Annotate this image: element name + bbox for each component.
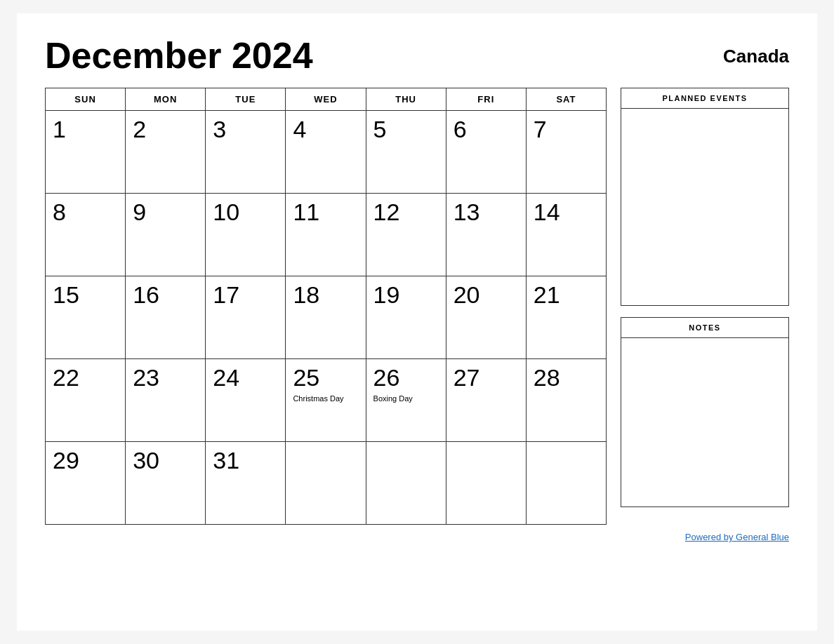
day-number: 11	[293, 199, 358, 225]
holiday-label: Christmas Day	[293, 394, 358, 403]
calendar-cell: 11	[286, 194, 366, 276]
calendar-table: SUNMONTUEWEDTHUFRISAT 123456789101112131…	[45, 88, 607, 525]
calendar-cell: 20	[446, 276, 526, 359]
day-number: 22	[53, 365, 118, 391]
day-number: 23	[133, 365, 198, 391]
calendar-cell	[366, 442, 446, 525]
calendar-cell: 16	[126, 276, 206, 359]
calendar-cell: 12	[366, 194, 446, 276]
calendar-cell: 28	[526, 359, 606, 442]
calendar-cell: 21	[526, 276, 606, 359]
calendar-cell: 22	[46, 359, 126, 442]
main-content: SUNMONTUEWEDTHUFRISAT 123456789101112131…	[45, 88, 789, 525]
holiday-label: Boxing Day	[373, 394, 439, 403]
day-number: 21	[534, 282, 599, 308]
day-number: 28	[534, 365, 599, 391]
calendar-cell	[526, 442, 606, 525]
planned-events-header: PLANNED EVENTS	[621, 88, 788, 109]
day-of-week-header: SUN	[46, 88, 126, 111]
sidebar: PLANNED EVENTS NOTES	[621, 88, 789, 525]
calendar-cell: 24	[206, 359, 286, 442]
day-number: 12	[373, 199, 439, 225]
day-number: 7	[534, 116, 599, 142]
calendar-cell	[446, 442, 526, 525]
planned-events-content	[621, 109, 788, 305]
day-number: 31	[213, 448, 278, 474]
header: December 2024 Canada	[45, 34, 789, 76]
calendar-cell: 6	[446, 111, 526, 194]
day-number: 14	[534, 199, 599, 225]
calendar-cell: 14	[526, 194, 606, 276]
day-number: 6	[454, 116, 519, 142]
calendar-cell: 29	[46, 442, 126, 525]
calendar-cell: 2	[126, 111, 206, 194]
calendar-week-row: 22232425Christmas Day26Boxing Day2728	[46, 359, 607, 442]
calendar-week-row: 891011121314	[46, 194, 607, 276]
day-number: 9	[133, 199, 198, 225]
calendar-cell: 25Christmas Day	[286, 359, 366, 442]
day-number: 26	[373, 365, 439, 391]
day-number: 24	[213, 365, 278, 391]
calendar-cell: 23	[126, 359, 206, 442]
calendar-week-row: 1234567	[46, 111, 607, 194]
day-number: 17	[213, 282, 278, 308]
page: December 2024 Canada SUNMONTUEWEDTHUFRIS…	[17, 13, 817, 631]
day-number: 18	[293, 282, 358, 308]
calendar-cell: 31	[206, 442, 286, 525]
day-of-week-header: WED	[286, 88, 366, 111]
day-of-week-header: FRI	[446, 88, 526, 111]
planned-events-box: PLANNED EVENTS	[621, 88, 789, 306]
day-number: 25	[293, 365, 358, 391]
day-number: 1	[53, 116, 118, 142]
calendar-cell	[286, 442, 366, 525]
calendar-cell: 13	[446, 194, 526, 276]
calendar-cell: 17	[206, 276, 286, 359]
calendar-cell: 8	[46, 194, 126, 276]
notes-header: NOTES	[621, 318, 788, 338]
calendar-cell: 15	[46, 276, 126, 359]
country-title: Canada	[723, 34, 789, 67]
calendar-section: SUNMONTUEWEDTHUFRISAT 123456789101112131…	[45, 88, 607, 525]
calendar-week-row: 293031	[46, 442, 607, 525]
calendar-cell: 27	[446, 359, 526, 442]
calendar-cell: 5	[366, 111, 446, 194]
powered-by-link[interactable]: Powered by General Blue	[685, 532, 789, 542]
day-number: 29	[53, 448, 118, 474]
calendar-week-row: 15161718192021	[46, 276, 607, 359]
calendar-cell: 30	[126, 442, 206, 525]
day-number: 16	[133, 282, 198, 308]
day-number: 8	[53, 199, 118, 225]
day-of-week-header: THU	[366, 88, 446, 111]
calendar-cell: 19	[366, 276, 446, 359]
day-number: 2	[133, 116, 198, 142]
footer: Powered by General Blue	[45, 530, 789, 543]
day-number: 19	[373, 282, 439, 308]
day-number: 10	[213, 199, 278, 225]
day-of-week-header: MON	[126, 88, 206, 111]
calendar-cell: 18	[286, 276, 366, 359]
calendar-cell: 1	[46, 111, 126, 194]
notes-box: NOTES	[621, 317, 789, 507]
day-number: 27	[454, 365, 519, 391]
day-number: 4	[293, 116, 358, 142]
day-of-week-header: TUE	[206, 88, 286, 111]
month-title: December 2024	[45, 34, 313, 76]
calendar-cell: 7	[526, 111, 606, 194]
day-number: 20	[454, 282, 519, 308]
calendar-cell: 10	[206, 194, 286, 276]
day-number: 30	[133, 448, 198, 474]
day-number: 5	[373, 116, 439, 142]
calendar-cell: 9	[126, 194, 206, 276]
day-number: 3	[213, 116, 278, 142]
day-number: 15	[53, 282, 118, 308]
calendar-cell: 3	[206, 111, 286, 194]
calendar-cell: 4	[286, 111, 366, 194]
day-number: 13	[454, 199, 519, 225]
day-of-week-header: SAT	[526, 88, 606, 111]
notes-content	[621, 338, 788, 507]
calendar-cell: 26Boxing Day	[366, 359, 446, 442]
